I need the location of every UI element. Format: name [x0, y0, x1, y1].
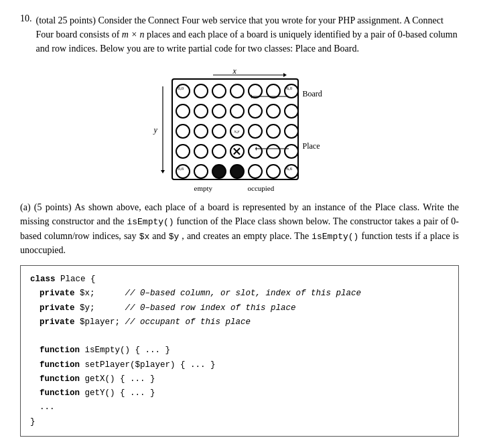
cell-2-2	[212, 124, 226, 139]
svg-marker-3	[161, 170, 165, 173]
code-line-10: ...	[30, 400, 449, 415]
cell-1-4	[194, 164, 208, 179]
isempty2-inline: isEmpty()	[312, 232, 358, 242]
board-label: Board	[303, 89, 322, 99]
question-container: 10. (total 25 points) Consider the Conne…	[20, 13, 459, 56]
cell-3-2: x,y	[230, 124, 245, 139]
cell-1-3	[194, 144, 208, 159]
cell-6-2	[284, 124, 299, 139]
cell-5-1	[266, 104, 281, 119]
cell-5-2	[266, 124, 281, 139]
cell-3-3-x	[230, 144, 245, 159]
cell-1-1	[194, 104, 208, 119]
diagram-inner: x y 0,0 6,0	[146, 66, 334, 194]
cell-0-0: 0,0	[176, 84, 190, 98]
part-a-label: (a)	[20, 202, 31, 212]
occupied-label: occupied	[248, 184, 275, 192]
cell-6-4: 6,6	[284, 164, 299, 179]
svg-marker-7	[255, 147, 257, 151]
code-block: class Place { private $x; // 0–based col…	[20, 265, 459, 437]
cell-4-1	[248, 104, 263, 119]
board-arrow	[251, 93, 287, 100]
code-line-11: }	[30, 415, 449, 429]
code-line-2: private $x; // 0–based column, or slot, …	[30, 287, 449, 301]
x-arrow	[213, 72, 287, 78]
m-x-n: m × n	[122, 29, 147, 40]
var-x-inline: $x	[139, 232, 150, 242]
cell-4-2	[248, 124, 263, 139]
code-line-6: function isEmpty() { ... }	[30, 344, 449, 358]
svg-marker-5	[251, 94, 252, 98]
code-line-9: function getY() { ... }	[30, 386, 449, 400]
cell-0-4: 0,6	[176, 164, 190, 179]
question-intro: (total 25 points) Consider the Connect F…	[36, 15, 458, 54]
place-label: Place	[303, 141, 320, 151]
cell-1-2	[194, 124, 208, 139]
code-line-1: class Place {	[30, 273, 449, 287]
cell-0-3	[176, 144, 190, 159]
and-text: and	[152, 231, 168, 241]
svg-marker-1	[283, 73, 287, 77]
y-axis-label: y	[154, 125, 157, 135]
cell-3-1	[230, 104, 245, 119]
part-a-container: (a) (5 points) As shown above, each plac…	[20, 200, 459, 257]
code-line-4: private $player; // occupant of this pla…	[30, 315, 449, 329]
part-a-text3: , and creates an empty place. The	[182, 231, 309, 241]
question-number-label: 10.	[20, 13, 32, 56]
cell-2-4-black	[212, 164, 226, 179]
place-arrow	[255, 145, 289, 152]
cell-3-4-black	[230, 164, 245, 179]
isempty-inline: isEmpty()	[127, 217, 174, 227]
cell-2-1	[212, 104, 226, 119]
code-line-3: private $y; // 0–based row index of this…	[30, 301, 449, 315]
cell-1-0	[194, 84, 208, 98]
part-a-points: (5 points)	[34, 202, 72, 212]
code-line-blank	[30, 329, 449, 344]
code-line-7: function setPlayer($player) { ... }	[30, 358, 449, 372]
cell-2-3	[212, 144, 226, 159]
diagram-container: x y 0,0 6,0	[20, 66, 459, 194]
cell-2-0	[212, 84, 226, 98]
points-total: (total 25 points)	[36, 15, 96, 25]
cell-5-4	[266, 164, 281, 179]
cell-4-4	[248, 164, 263, 179]
var-y-inline: $y	[169, 232, 180, 242]
cell-3-0	[230, 84, 245, 98]
code-line-8: function getX() { ... }	[30, 372, 449, 386]
cell-0-1	[176, 104, 190, 119]
cell-0-2	[176, 124, 190, 139]
empty-label: empty	[194, 184, 213, 192]
y-arrow	[159, 86, 166, 173]
cell-6-1	[284, 104, 299, 119]
